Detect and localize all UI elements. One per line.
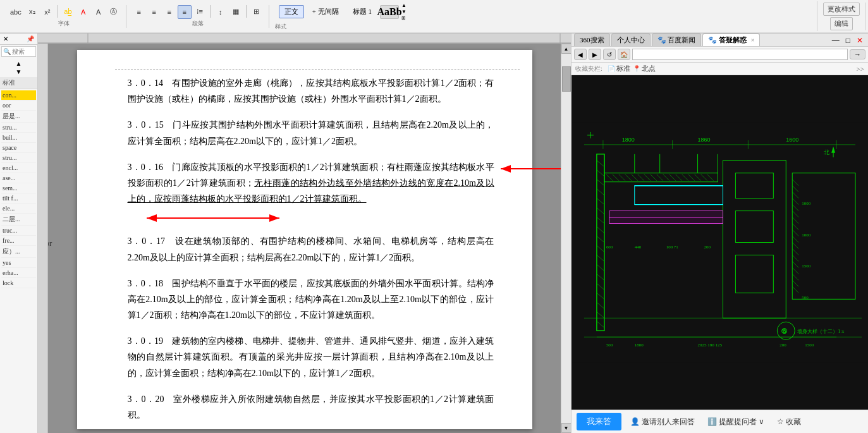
font-color-btn[interactable]: A <box>76 5 90 19</box>
font-format-btn[interactable]: A <box>92 5 106 19</box>
bookmark-bar-label: 收藏夹栏: <box>575 64 602 73</box>
nav-item-layer[interactable]: 层是... <box>1 111 36 123</box>
scrollbar-thumb[interactable] <box>562 66 571 92</box>
nav-item-oor[interactable]: oor <box>1 101 36 111</box>
svg-text:1600: 1600 <box>786 137 798 143</box>
change-style-btn[interactable]: 更改样式 <box>823 3 860 16</box>
remind-icon: ℹ️ <box>707 417 717 427</box>
styles-scroll[interactable]: ▲ ▼ ⊞ <box>401 3 406 21</box>
nav-item-lock[interactable]: lock <box>1 278 36 288</box>
svg-text:200: 200 <box>779 343 786 348</box>
nav-arrows: ▲ ▼ <box>0 58 37 77</box>
subscript-btn[interactable]: x₂ <box>25 5 39 19</box>
nav-down-btn[interactable]: ▼ <box>14 68 24 76</box>
nav-item-con[interactable]: con... <box>1 90 36 101</box>
ruler-svg <box>38 34 571 44</box>
doc-scroll[interactable]: 3．0．14 有围护设施的室外走廊（桃廊），应按其结构底板水平投影面积计算1／2… <box>48 44 561 433</box>
browser-go-btn[interactable]: → <box>850 49 865 59</box>
para-315: 3．0．15 门斗应按其围护结构外围水平面积计算建筑面积，且结构层高在2.20m… <box>128 117 494 149</box>
browser-address-bar[interactable] <box>632 49 848 60</box>
paragraph-settings-btn[interactable]: ⊞ <box>250 5 264 19</box>
paragraph-buttons: ≡ ≡ ≡ ≡ ⁞≡ ↕ ▦ ⊞ <box>132 5 264 19</box>
font-special-btn[interactable]: Ⓐ <box>107 5 121 19</box>
favorite-label: 收藏 <box>786 417 801 427</box>
browser-refresh-btn[interactable]: ↺ <box>603 49 616 60</box>
edit-btn[interactable]: 编辑 <box>830 17 853 30</box>
bookmark-more[interactable]: >> <box>857 65 864 73</box>
para-318: 3．0．18 围护结构不垂直于水平面的楼层，应按其底板面的外墙外围水平面积计算。… <box>128 276 494 324</box>
strikethrough-btn[interactable]: abc <box>8 5 24 19</box>
style-no-spacing[interactable]: + 无间隔 <box>307 5 345 18</box>
nav-item-sem[interactable]: sem... <box>1 183 36 193</box>
nav-item-yes[interactable]: yes <box>1 258 36 268</box>
left-nav-panel: ✕ 📌 🔍 ▲ ▼ 标准 con... oor 层是... stru... bu… <box>0 34 38 433</box>
nav-item-encl[interactable]: encl... <box>1 163 36 173</box>
pin-nav-btn[interactable]: 📌 <box>25 35 36 43</box>
scrollbar-track[interactable] <box>562 54 571 423</box>
nav-item-space[interactable]: space <box>1 143 36 153</box>
favorite-btn[interactable]: ☆ 收藏 <box>773 415 805 429</box>
doc-scroll-area: 3．0．14 有围护设施的室外走廊（桃廊），应按其结构底板水平投影面积计算1／2… <box>38 44 571 433</box>
browser-minimize-btn[interactable]: — <box>829 35 842 46</box>
highlight-btn[interactable]: ab̲ <box>61 5 75 19</box>
para-317-text: 3．0．17 设在建筑物顶部的、有围护结构的楼梯间、水箱间、电梯机房等，结构层高… <box>128 236 494 262</box>
browser-back-btn[interactable]: ◀ <box>574 49 587 60</box>
font-group: abc x₂ x² ab̲ A A Ⓐ 字体 <box>3 5 126 28</box>
search-icon: 🔍 <box>3 48 11 55</box>
style-buttons: 正文 + 无间隔 标题 1 AaBb ▲ ▼ ⊞ <box>275 1 410 22</box>
answer-btn[interactable]: 我来答 <box>577 413 621 430</box>
nav-up-btn[interactable]: ▲ <box>14 59 24 68</box>
paragraph-group: ≡ ≡ ≡ ≡ ⁞≡ ↕ ▦ ⊞ 段落 <box>127 5 269 28</box>
scrollbar-down-btn[interactable]: ▼ <box>561 423 572 433</box>
line-spacing-btn[interactable]: ↕ <box>214 5 228 19</box>
shading-btn[interactable]: ▦ <box>229 5 243 19</box>
nav-item-erha[interactable]: erha... <box>1 268 36 278</box>
font-group-label: 字体 <box>58 20 70 28</box>
nav-standard-label: 标准 <box>0 77 37 89</box>
tab-360search[interactable]: 360搜索 <box>574 34 610 46</box>
nav-item-truc[interactable]: truc... <box>1 226 36 236</box>
invite-others-btn[interactable]: 👤 邀请别人来回答 <box>627 415 699 429</box>
bookmark-north[interactable]: 📍 北点 <box>633 64 656 73</box>
nav-item-tilt[interactable]: tilt f... <box>1 193 36 204</box>
align-center-btn[interactable]: ≡ <box>147 5 161 19</box>
doc-scrollbar[interactable]: ▲ ▼ <box>561 44 571 433</box>
align-distribute-btn[interactable]: ⁞≡ <box>193 5 207 19</box>
align-right-btn[interactable]: ≡ <box>162 5 176 19</box>
nav-search-box[interactable]: 🔍 <box>1 46 36 57</box>
styles-gallery[interactable]: AaBb <box>380 5 399 19</box>
nav-item-fre[interactable]: fre... <box>1 236 36 246</box>
nav-search-input[interactable] <box>12 48 34 55</box>
nav-item-ele[interactable]: ele... <box>1 204 36 214</box>
style-heading1[interactable]: 标题 1 <box>347 5 377 18</box>
bookmark-standard[interactable]: 📄 标准 <box>608 64 630 73</box>
scrollbar-up-btn[interactable]: ▲ <box>561 44 572 54</box>
browser-forward-btn[interactable]: ▶ <box>589 49 601 60</box>
align-justify-btn[interactable]: ≡ <box>178 5 192 19</box>
svg-text:1800: 1800 <box>622 137 635 143</box>
superscript-btn[interactable]: x² <box>40 5 54 19</box>
nav-item-two-floor[interactable]: 二层... <box>1 214 36 226</box>
para-319: 3．0．19 建筑物的室内楼梯、电梯井、提物井、管道井、通风排气竖井、烟道，应并… <box>128 333 494 381</box>
tab-close-icon[interactable]: × <box>751 37 755 44</box>
browser-maximize-btn[interactable]: □ <box>843 35 853 46</box>
para-317: 3．0．17 设在建筑物顶部的、有围护结构的楼梯间、水箱间、电梯机房等，结构层高… <box>128 233 494 265</box>
nav-item-ase[interactable]: ase... <box>1 173 36 183</box>
browser-home-btn[interactable]: 🏠 <box>618 49 630 60</box>
close-nav-btn[interactable]: ✕ <box>1 35 10 43</box>
tab-answers[interactable]: 🐾 答疑解惑 × <box>702 34 760 46</box>
tab-baidu-news[interactable]: 🐾 百度新闻 <box>652 34 702 46</box>
nav-item-ying[interactable]: 应）... <box>1 246 36 258</box>
tab-personal-center[interactable]: 个人中心 <box>611 34 651 46</box>
nav-item-buil[interactable]: buil... <box>1 133 36 143</box>
remind-questioner-btn[interactable]: ℹ️ 提醒提问者 ∨ <box>704 415 768 429</box>
svg-text:1000: 1000 <box>802 201 810 206</box>
nav-item-stru1[interactable]: stru... <box>1 123 36 133</box>
or-text: or <box>48 238 52 248</box>
style-zhengwen[interactable]: 正文 <box>279 5 304 18</box>
svg-text:2025 190 125: 2025 190 125 <box>698 343 723 348</box>
align-left-btn[interactable]: ≡ <box>132 5 146 19</box>
browser-close-btn[interactable]: ✕ <box>854 35 865 46</box>
nav-item-stru2[interactable]: stru... <box>1 153 36 163</box>
invite-icon: 👤 <box>630 417 640 427</box>
